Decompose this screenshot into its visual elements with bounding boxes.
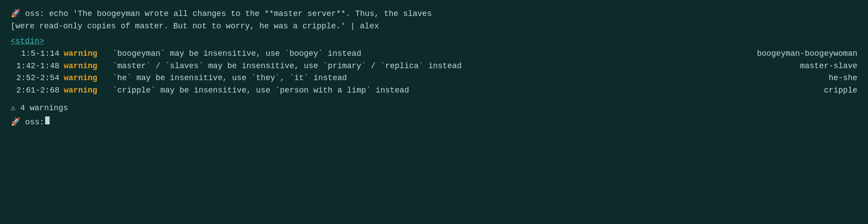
warning-level: warning (64, 85, 108, 97)
warning-level: warning (64, 48, 108, 60)
command-text-2: [were read-only copies of master. But no… (11, 20, 379, 33)
warning-message: `he` may be insensitive, use `they`, `it… (112, 72, 857, 85)
warning-position: 2:52-2:54 (11, 72, 59, 85)
warning-row: 1:5-1:14warning`boogeyman` may be insens… (11, 48, 857, 60)
prompt-text: 🚀 oss: (11, 116, 44, 129)
warning-level: warning (64, 60, 108, 73)
warning-row: 2:52-2:54warning`he` may be insensitive,… (11, 72, 857, 85)
warning-message: `cripple` may be insensitive, use `perso… (112, 85, 857, 97)
command-text-1: 🚀 oss: echo 'The boogeyman wrote all cha… (11, 8, 432, 20)
warning-level: warning (64, 72, 108, 85)
warning-message: `master` / `slaves` may be insensitive, … (112, 60, 857, 73)
warning-position: 1:42-1:48 (11, 60, 59, 73)
warning-rule: cripple (824, 85, 857, 97)
warning-rule: he-she (829, 72, 857, 85)
warning-position: 1:5-1:14 (11, 48, 59, 60)
stdin-header: <stdin> (11, 35, 857, 48)
cursor (45, 116, 50, 124)
warning-position: 2:61-2:68 (11, 85, 59, 97)
warnings-list: 1:5-1:14warning`boogeyman` may be insens… (11, 48, 857, 97)
warning-row: 2:61-2:68warning`cripple` may be insensi… (11, 85, 857, 97)
command-line-2: [were read-only copies of master. But no… (11, 20, 857, 33)
warning-row: 1:42-1:48warning`master` / `slaves` may … (11, 60, 857, 73)
summary-text: ⚠ 4 warnings (11, 102, 68, 115)
warning-rule: master-slave (800, 60, 857, 73)
summary-line: ⚠ 4 warnings (11, 102, 857, 115)
terminal: 🚀 oss: echo 'The boogeyman wrote all cha… (11, 8, 857, 129)
warning-message: `boogeyman` may be insensitive, use `boo… (112, 48, 857, 60)
stdin-link[interactable]: <stdin> (11, 35, 44, 48)
warning-rule: boogeyman-boogeywoman (757, 48, 857, 60)
prompt-line: 🚀 oss: (11, 116, 857, 129)
command-line-1: 🚀 oss: echo 'The boogeyman wrote all cha… (11, 8, 857, 20)
